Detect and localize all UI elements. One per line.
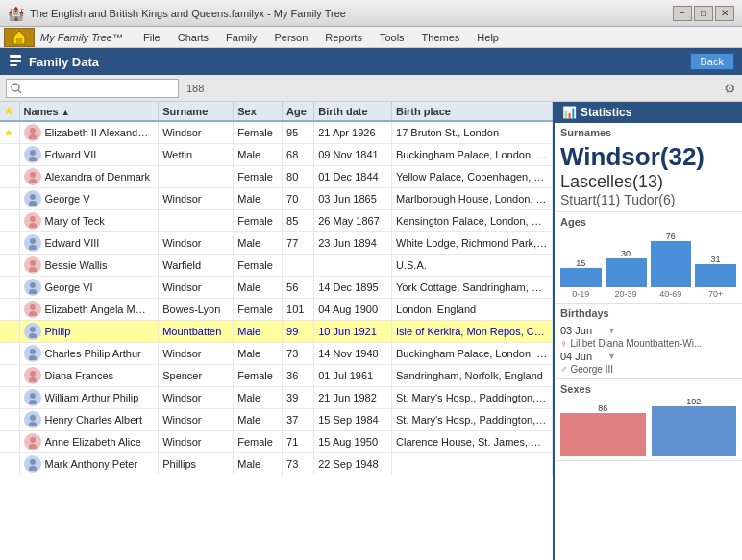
col-names[interactable]: Names — [19, 102, 159, 121]
maximize-button[interactable]: □ — [694, 6, 713, 21]
birthday-person-1: ♀ Lilibet Diana Mountbatten-Wi... — [560, 338, 736, 349]
menu-tools[interactable]: Tools — [371, 29, 413, 46]
sex-cell: Female — [234, 255, 283, 277]
sex-cell: Male — [234, 188, 283, 210]
svg-point-7 — [30, 128, 36, 134]
table-row[interactable]: ★Elizabeth II Alexandra MaryWindsorFemal… — [0, 121, 553, 144]
name-cell: Charles Philip Arthur — [19, 343, 159, 365]
sex-cell: Male — [234, 409, 283, 431]
stats-icon: 📊 — [562, 106, 577, 119]
surname-tudor[interactable]: Tudor(6) — [624, 192, 675, 207]
sexes-male-group: 102 — [652, 397, 737, 456]
col-age[interactable]: Age — [283, 102, 314, 121]
sex-cell: Male — [234, 343, 283, 365]
col-birthplace[interactable]: Birth place — [392, 102, 553, 121]
table-row[interactable]: George VIWindsorMale5614 Dec 1895York Co… — [0, 277, 553, 299]
table-row[interactable]: Charles Philip ArthurWindsorMale7314 Nov… — [0, 343, 553, 365]
age-cell: 99 — [283, 321, 314, 343]
stats-title: Statistics — [581, 106, 631, 119]
surname-lascelles[interactable]: Lascelles(13) — [560, 172, 736, 192]
left-panel: ★ Names Surname Sex Age — [0, 102, 555, 560]
birthdate-cell: 22 Sep 1948 — [314, 453, 392, 475]
age-val-70: 31 — [711, 255, 721, 264]
menu-help[interactable]: Help — [468, 29, 507, 46]
right-panel: 📊 Statistics Surnames Windsor(32) Lascel… — [555, 102, 742, 560]
svg-point-10 — [29, 157, 37, 161]
age-cell: 95 — [283, 121, 314, 144]
menu-charts[interactable]: Charts — [169, 29, 217, 46]
age-cell: 77 — [283, 232, 314, 255]
table-row[interactable]: Diana FrancesSpencerFemale3601 Jul 1961S… — [0, 365, 553, 387]
menu-file[interactable]: File — [135, 29, 169, 46]
surname-windsor[interactable]: Windsor(32) — [560, 142, 736, 172]
table-row[interactable]: George VWindsorMale7003 Jun 1865Marlboro… — [0, 188, 553, 210]
col-birthdate[interactable]: Birth date — [314, 102, 392, 121]
birthdate-cell: 21 Jun 1982 — [314, 387, 392, 409]
birthday-item-2: 04 Jun ▼ — [560, 349, 736, 364]
table-row[interactable]: Edward VIIIWindsorMale7723 Jun 1894White… — [0, 232, 553, 255]
table-row[interactable]: Bessie WallisWarfieldFemaleU.S.A. — [0, 255, 553, 277]
back-button[interactable]: Back — [690, 53, 734, 70]
avatar — [24, 256, 41, 274]
person-name: Elizabeth Angela Marguerite — [45, 304, 151, 315]
search-input[interactable] — [22, 83, 166, 94]
age-cell: 39 — [283, 387, 314, 409]
menu-reports[interactable]: Reports — [316, 29, 371, 46]
star-cell — [0, 210, 19, 232]
chevron-down-icon-2[interactable]: ▼ — [607, 352, 616, 361]
table-row[interactable]: Mark Anthony PeterPhillipsMale7322 Sep 1… — [0, 453, 553, 475]
name-cell: Bessie Wallis — [19, 255, 159, 277]
birthplace-cell: St. Mary's Hosp., Paddington, London, En… — [392, 387, 553, 409]
close-button[interactable]: ✕ — [715, 6, 734, 21]
sexes-chart: 86 102 — [560, 399, 736, 456]
settings-icon[interactable]: ⚙ — [724, 81, 736, 96]
person-name: Henry Charles Albert — [45, 414, 143, 426]
birthdate-cell: 04 Aug 1900 — [314, 299, 392, 321]
person-name: Elizabeth II Alexandra Mary — [45, 127, 151, 138]
avatar — [24, 389, 41, 406]
menu-family[interactable]: Family — [217, 29, 265, 46]
chevron-down-icon-1[interactable]: ▼ — [607, 326, 616, 335]
table-scroll[interactable]: ★ Names Surname Sex Age — [0, 102, 553, 537]
name-cell: Mary of Teck — [19, 210, 159, 232]
birthplace-cell: Clarence House, St. James, England — [392, 431, 553, 453]
svg-point-5 — [12, 84, 19, 91]
birthplace-cell: Isle of Kerkira, Mon Repos, Corfu, Greec… — [392, 321, 553, 343]
col-star: ★ — [0, 102, 19, 121]
table-row[interactable]: Alexandra of DenmarkFemale8001 Dec 1844Y… — [0, 166, 553, 188]
svg-point-8 — [29, 134, 37, 139]
birthplace-cell: Buckingham Palace, London, England — [392, 343, 553, 365]
table-row[interactable]: William Arthur PhilipWindsorMale3921 Jun… — [0, 387, 553, 409]
svg-point-35 — [30, 437, 36, 443]
ages-title: Ages — [560, 216, 736, 228]
table-row[interactable]: Anne Elizabeth AliceWindsorFemale7115 Au… — [0, 431, 553, 453]
col-surname[interactable]: Surname — [159, 102, 234, 121]
birthdate-cell: 03 Jun 1865 — [314, 188, 392, 210]
table-row[interactable]: Henry Charles AlbertWindsorMale3715 Sep … — [0, 409, 553, 431]
star-cell — [0, 453, 19, 475]
star-cell — [0, 409, 19, 431]
avatar — [24, 146, 41, 163]
svg-point-33 — [30, 415, 36, 421]
svg-point-13 — [30, 194, 36, 200]
menu-themes[interactable]: Themes — [413, 29, 469, 46]
person-name: Alexandra of Denmark — [45, 171, 150, 183]
minimize-button[interactable]: − — [673, 6, 692, 21]
svg-rect-1 — [16, 38, 22, 44]
sexes-male-bar — [652, 406, 737, 456]
birthplace-cell: Marlborough House, London, England — [392, 188, 553, 210]
table-row[interactable]: Edward VIIWettinMale6809 Nov 1841Bucking… — [0, 144, 553, 166]
surname-cell: Windsor — [159, 277, 234, 299]
window-controls[interactable]: − □ ✕ — [673, 6, 734, 21]
menu-person[interactable]: Person — [266, 29, 317, 46]
table-row[interactable]: PhilipMountbattenMale9910 Jun 1921Isle o… — [0, 321, 553, 343]
surname-cell: Windsor — [159, 188, 234, 210]
table-row[interactable]: Mary of TeckFemale8526 May 1867Kensingto… — [0, 210, 553, 232]
table-row[interactable]: Elizabeth Angela MargueriteBowes-LyonFem… — [0, 299, 553, 321]
col-sex[interactable]: Sex — [234, 102, 283, 121]
surname-stuart[interactable]: Stuart(11) — [560, 192, 620, 207]
search-wrapper[interactable] — [6, 79, 179, 98]
search-icon — [11, 83, 22, 94]
age-bar-70 — [695, 264, 736, 287]
avatar — [24, 433, 41, 450]
